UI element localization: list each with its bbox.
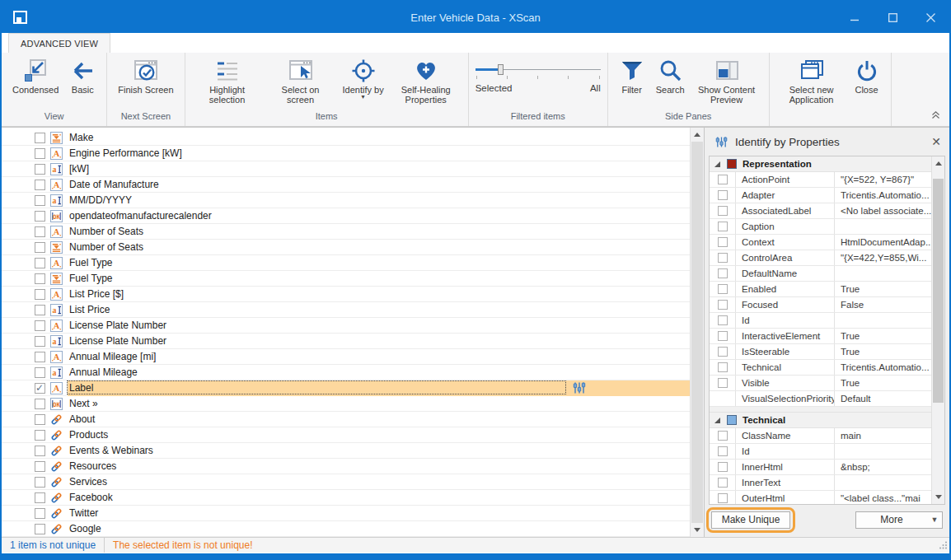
tree-row[interactable]: AAnnual Mileage [mi] [2,349,690,365]
tree-row[interactable]: Twitter [2,506,690,521]
property-checkbox[interactable] [718,431,728,441]
tree-row[interactable]: aList Price [2,302,690,318]
property-row[interactable]: EnabledTrue [710,282,931,297]
row-checkbox[interactable] [35,226,45,237]
row-checkbox[interactable] [35,399,45,409]
scroll-down-icon[interactable] [935,495,942,499]
row-checkbox[interactable] [35,289,45,300]
row-checkbox[interactable] [35,195,45,206]
tree-row[interactable]: Facebook [2,490,690,506]
property-checkbox[interactable] [718,331,728,341]
property-row[interactable]: AdapterTricentis.Automatio... [710,188,931,203]
tree-row[interactable]: Fuel Type [2,271,690,287]
tree-row[interactable]: aAnnual Mileage [2,365,690,380]
section-header-technical[interactable]: Technical [710,413,931,428]
row-checkbox[interactable] [35,273,45,284]
property-row[interactable]: IsSteerableTrue [710,344,931,360]
row-checkbox[interactable] [35,180,45,190]
tree-row[interactable]: OKNext » [2,396,690,412]
row-checkbox[interactable] [35,524,45,534]
row-checkbox[interactable] [35,477,45,488]
resize-grip[interactable] [939,540,948,552]
row-checkbox[interactable] [35,461,45,472]
scroll-thumb[interactable] [933,179,944,403]
row-checkbox[interactable] [35,258,45,268]
property-row[interactable]: FocusedFalse [710,297,931,313]
property-row[interactable]: ClassNamemain [710,428,931,444]
property-checkbox[interactable] [718,315,728,325]
property-checkbox[interactable] [718,362,728,372]
row-checkbox[interactable] [35,148,45,159]
tab-advanced-view[interactable]: ADVANCED VIEW [8,33,110,53]
row-checkbox[interactable] [35,211,45,222]
property-checkbox[interactable] [718,222,728,231]
row-checkbox[interactable] [35,508,45,519]
property-row[interactable]: DefaultName [710,266,931,282]
more-button[interactable]: More ▼ [855,511,943,529]
tree-row[interactable]: About [2,412,690,427]
tree-row[interactable]: aLicense Plate Number [2,334,690,349]
property-checkbox[interactable] [718,347,728,357]
tree-row[interactable]: ANumber of Seats [2,224,690,240]
ribbon-button-condensed[interactable]: Condensed [8,55,63,111]
ribbon-button-highlight-selection[interactable]: Highlight selection [192,55,263,111]
ribbon-button-select-new-application[interactable]: Select new Application [776,55,847,111]
property-row[interactable]: Id [710,313,931,329]
property-checkbox[interactable] [718,253,728,263]
ribbon-button-show-content-preview[interactable]: Show Content Preview [691,55,762,111]
property-row[interactable]: TechnicalTricentis.Automatio... [710,360,931,376]
property-row[interactable]: InnerHtml&nbsp; [710,460,931,475]
property-row[interactable]: Caption [710,219,931,235]
ribbon-button-select-on-screen[interactable]: Select on screen [265,55,336,111]
property-row[interactable]: OuterHtml"<label class..."mai [710,491,931,505]
tree-row[interactable]: Services [2,474,690,490]
tree-scrollbar[interactable] [690,128,704,537]
make-unique-button[interactable]: Make Unique [711,511,790,529]
row-checkbox[interactable] [35,383,45,394]
property-checkbox[interactable] [718,493,728,503]
tree-row[interactable]: ADate of Manufacture [2,177,690,193]
scroll-up-icon[interactable] [935,161,942,166]
property-row[interactable]: ControlArea"{X=422,Y=855,Wi... [710,250,931,266]
property-checkbox[interactable] [718,446,728,456]
ribbon-button-finish-screen[interactable]: Finish Screen [114,55,177,111]
property-checkbox[interactable] [718,190,728,200]
grid-scrollbar[interactable] [931,156,944,504]
row-checkbox[interactable] [35,430,45,441]
property-checkbox[interactable] [718,300,728,310]
row-checkbox[interactable] [35,336,45,347]
property-row[interactable]: VisibleTrue [710,376,931,391]
tree-row[interactable]: ALabel [2,380,690,396]
row-checkbox[interactable] [35,242,45,253]
identify-properties-icon[interactable] [572,381,587,398]
row-checkbox[interactable] [35,367,45,378]
slider-thumb[interactable] [498,64,504,75]
ribbon-button-self-healing-properties[interactable]: Self-Healing Properties [391,55,461,111]
tree-row[interactable]: AEngine Performance [kW] [2,146,690,161]
property-row[interactable]: InteractiveElementTrue [710,329,931,344]
ribbon-button-filter[interactable]: Filter [615,55,649,111]
ribbon-button-identify-by[interactable]: Identify by▾ [339,55,388,111]
row-checkbox[interactable] [35,414,45,425]
tree-row[interactable]: a[kW] [2,161,690,177]
collapse-triangle-icon[interactable] [714,161,720,167]
row-checkbox[interactable] [35,352,45,362]
ribbon-button-close[interactable]: Close [850,55,884,111]
tree-row[interactable]: AList Price [$] [2,287,690,302]
row-checkbox[interactable] [35,492,45,503]
property-row[interactable]: ActionPoint"{X=522, Y=867}" [710,172,931,188]
property-row[interactable]: AssociatedLabel<No label associate... [710,203,931,219]
property-checkbox[interactable] [718,175,728,184]
property-row[interactable]: VisualSelectionPriorityDefault [710,391,931,407]
tree-row[interactable]: AFuel Type [2,255,690,271]
property-row[interactable]: InnerText [710,475,931,491]
tree-row[interactable]: Make [2,130,690,146]
tree-row[interactable]: OKopendateofmanufacturecalender [2,208,690,224]
ribbon-button-search[interactable]: Search [652,55,689,111]
property-checkbox[interactable] [718,237,728,247]
property-checkbox[interactable] [718,478,728,488]
ribbon-button-basic[interactable]: Basic [65,55,100,111]
property-checkbox[interactable] [718,206,728,216]
scroll-thumb[interactable] [691,142,703,523]
scroll-down-icon[interactable] [694,528,700,532]
